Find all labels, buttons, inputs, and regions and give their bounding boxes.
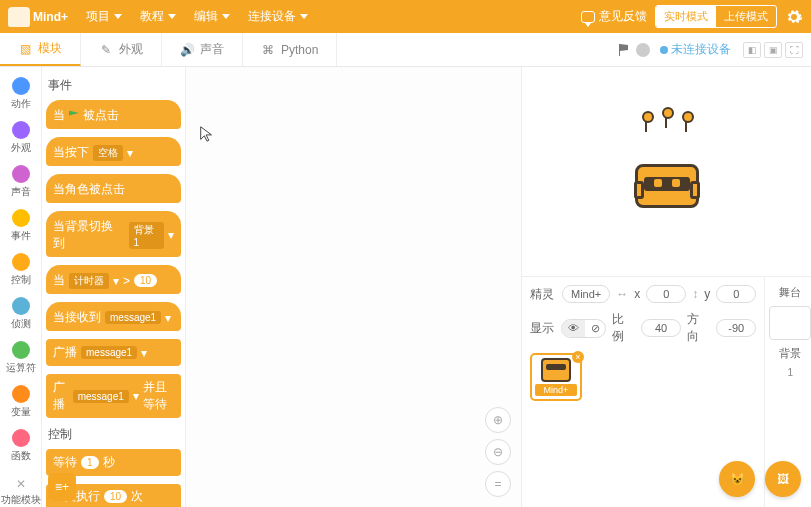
extensions-button[interactable]: ≡+ <box>48 473 76 501</box>
cat-sound[interactable]: 声音 <box>0 161 41 203</box>
menu-items: 项目 教程 编辑 连接设备 <box>80 4 314 29</box>
sprite-robot <box>627 136 707 208</box>
workspace-zoom-controls: ⊕ ⊖ = <box>485 407 511 497</box>
sprite-name-input[interactable]: Mind+ <box>562 285 610 303</box>
cat-sensing[interactable]: 侦测 <box>0 293 41 335</box>
cat-functions[interactable]: 函数 <box>0 425 41 467</box>
blocks-icon: ▧ <box>18 42 32 56</box>
add-sprite-button[interactable]: 😺 <box>719 461 755 497</box>
functions-dot-icon <box>12 429 30 447</box>
chevron-down-icon <box>114 14 122 19</box>
cat-looks[interactable]: 外观 <box>0 117 41 159</box>
main-area: 动作 外观 声音 事件 控制 侦测 运算符 变量 函数 ✕功能模块 事件 当被点… <box>0 67 811 507</box>
control-dot-icon <box>12 253 30 271</box>
mode-toggle: 实时模式 上传模式 <box>655 5 777 28</box>
block-when-backdrop-switches[interactable]: 当背景切换到背景1▾ <box>46 211 181 257</box>
brush-icon: ✎ <box>99 43 113 57</box>
sound-dot-icon <box>12 165 30 183</box>
block-when-flag-clicked[interactable]: 当被点击 <box>46 100 181 129</box>
cat-operators[interactable]: 运算符 <box>0 337 41 379</box>
tab-python[interactable]: ⌘Python <box>243 33 337 66</box>
layout-full-button[interactable]: ⛶ <box>785 42 803 58</box>
tab-strip: ▧模块 ✎外观 🔊声音 ⌘Python 未连接设备 ◧ ▣ ⛶ <box>0 33 811 67</box>
logo-icon <box>8 7 30 27</box>
sprite-x-input[interactable]: 0 <box>646 285 686 303</box>
menu-connect[interactable]: 连接设备 <box>242 4 314 29</box>
workspace[interactable]: ⊕ ⊖ = <box>186 67 521 507</box>
python-icon: ⌘ <box>261 43 275 57</box>
chevron-down-icon <box>300 14 308 19</box>
sprite-y-input[interactable]: 0 <box>716 285 756 303</box>
image-icon: 🖼 <box>777 472 789 486</box>
stage-preview[interactable] <box>522 67 811 277</box>
top-right-controls: 意见反馈 实时模式 上传模式 <box>581 5 803 28</box>
motion-dot-icon <box>12 77 30 95</box>
tab-looks[interactable]: ✎外观 <box>81 33 162 66</box>
gear-icon[interactable] <box>785 8 803 26</box>
layout-small-button[interactable]: ◧ <box>743 42 761 58</box>
fab-group: 😺 🖼 <box>719 461 801 497</box>
menu-tutorial[interactable]: 教程 <box>134 4 182 29</box>
mode-realtime-button[interactable]: 实时模式 <box>656 6 716 27</box>
block-when-sprite-clicked[interactable]: 当角色被点击 <box>46 174 181 203</box>
tab-sound[interactable]: 🔊声音 <box>162 33 243 66</box>
operators-dot-icon <box>12 341 30 359</box>
green-flag-icon[interactable] <box>616 42 632 58</box>
sprite-scale-input[interactable]: 40 <box>641 319 681 337</box>
comment-icon <box>581 11 595 23</box>
chevron-down-icon <box>222 14 230 19</box>
top-menu-bar: Mind+ 项目 教程 编辑 连接设备 意见反馈 实时模式 上传模式 <box>0 0 811 33</box>
cat-motion[interactable]: 动作 <box>0 73 41 115</box>
hide-button[interactable]: ⊘ <box>585 320 606 337</box>
delete-sprite-icon[interactable]: × <box>572 351 584 363</box>
block-broadcast[interactable]: 广播message1▾ <box>46 339 181 366</box>
connection-status[interactable]: 未连接设备 <box>660 41 731 58</box>
sprite-thumb[interactable]: × Mind+ <box>530 353 582 401</box>
layout-large-button[interactable]: ▣ <box>764 42 782 58</box>
zoom-in-button[interactable]: ⊕ <box>485 407 511 433</box>
app-logo: Mind+ <box>8 7 68 27</box>
block-palette[interactable]: 事件 当被点击 当按下空格▾ 当角色被点击 当背景切换到背景1▾ 当计时器▾>1… <box>42 67 186 507</box>
cat-face-icon: 😺 <box>730 472 745 486</box>
zoom-out-button[interactable]: ⊖ <box>485 439 511 465</box>
chevron-down-icon <box>168 14 176 19</box>
show-button[interactable]: 👁 <box>562 320 585 337</box>
block-when-receive[interactable]: 当接收到message1▾ <box>46 302 181 331</box>
tab-blocks[interactable]: ▧模块 <box>0 33 81 66</box>
sprite-label: 精灵 <box>530 286 556 303</box>
cat-control[interactable]: 控制 <box>0 249 41 291</box>
arrows-h-icon: ↔ <box>616 287 628 301</box>
block-when-greater-than[interactable]: 当计时器▾>10 <box>46 265 181 294</box>
wrench-icon: ✕ <box>16 477 26 491</box>
stop-button[interactable] <box>636 43 650 57</box>
sound-icon: 🔊 <box>180 43 194 57</box>
cat-variables[interactable]: 变量 <box>0 381 41 423</box>
control-header: 控制 <box>48 426 181 443</box>
menu-project[interactable]: 项目 <box>80 4 128 29</box>
zoom-reset-button[interactable]: = <box>485 471 511 497</box>
menu-edit[interactable]: 编辑 <box>188 4 236 29</box>
mode-upload-button[interactable]: 上传模式 <box>716 6 776 27</box>
block-broadcast-wait[interactable]: 广播message1▾并且等待 <box>46 374 181 418</box>
extensions-icon: ≡+ <box>55 480 69 494</box>
sprite-thumb-icon <box>541 358 571 382</box>
status-dot-icon <box>660 46 668 54</box>
backdrop-thumb[interactable] <box>769 306 811 340</box>
category-rail: 动作 外观 声音 事件 控制 侦测 运算符 变量 函数 ✕功能模块 <box>0 67 42 507</box>
add-backdrop-button[interactable]: 🖼 <box>765 461 801 497</box>
looks-dot-icon <box>12 121 30 139</box>
cursor-icon <box>198 125 216 143</box>
sprite-list: × Mind+ <box>530 353 756 401</box>
feedback-link[interactable]: 意见反馈 <box>581 8 647 25</box>
events-dot-icon <box>12 209 30 227</box>
block-wait[interactable]: 等待1秒 <box>46 449 181 476</box>
visibility-toggle: 👁 ⊘ <box>561 319 606 338</box>
sprite-direction-input[interactable]: -90 <box>716 319 756 337</box>
cat-extensions[interactable]: ✕功能模块 <box>0 473 41 507</box>
events-header: 事件 <box>48 77 181 94</box>
variables-dot-icon <box>12 385 30 403</box>
sensing-dot-icon <box>12 297 30 315</box>
block-when-key-pressed[interactable]: 当按下空格▾ <box>46 137 181 166</box>
flag-icon <box>69 111 79 121</box>
cat-events[interactable]: 事件 <box>0 205 41 247</box>
